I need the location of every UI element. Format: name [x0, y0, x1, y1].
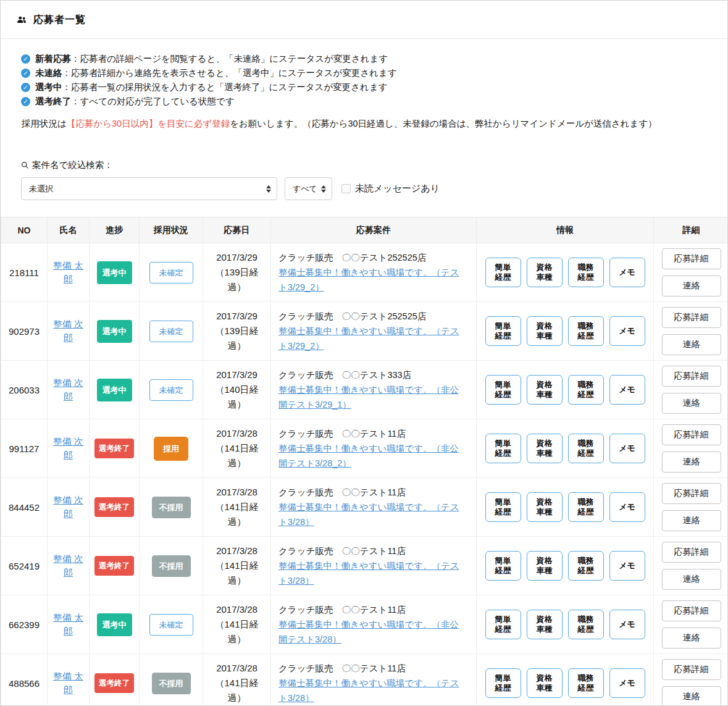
simple-resume-button[interactable]: 簡単 経歴 — [485, 492, 521, 522]
simple-resume-button[interactable]: 簡単 経歴 — [485, 610, 521, 639]
application-date: 2017/3/29（140日経過） — [203, 361, 271, 419]
simple-resume-button[interactable]: 簡単 経歴 — [485, 551, 521, 581]
progress-badge: 選考終了 — [94, 497, 134, 518]
work-history-button[interactable]: 職務 経歴 — [568, 551, 604, 581]
application-detail-button[interactable]: 応募詳細 — [662, 483, 721, 504]
project-name: クラッチ販売 〇〇テスト11店 — [278, 602, 467, 617]
job-posting-link[interactable]: 整備士募集中！働きやすい職場です。（テスト3/29_2） — [278, 326, 459, 351]
memo-button[interactable]: メモ — [609, 551, 645, 581]
project-name: クラッチ販売 〇〇テスト11店 — [278, 485, 467, 500]
application-detail-button[interactable]: 応募詳細 — [662, 659, 721, 680]
memo-button[interactable]: メモ — [609, 316, 645, 346]
progress-badge: 選考中 — [97, 261, 132, 284]
job-posting-link[interactable]: 整備士募集中！働きやすい職場です。（非公開テスト3/29_1） — [278, 385, 459, 410]
application-date: 2017/3/28（141日経過） — [203, 419, 271, 478]
contact-button[interactable]: 連絡 — [662, 628, 721, 649]
applicant-name-link[interactable]: 整備 太郎 — [53, 612, 83, 636]
col-header-project: 応募案件 — [271, 217, 477, 243]
job-posting-link[interactable]: 整備士募集中！働きやすい職場です。（テスト3/28） — [278, 502, 459, 527]
status-badge[interactable]: 採用 — [154, 437, 188, 461]
table-body: 218111 整備 太郎 選考中 未確定 2017/3/29（139日経過） ク… — [1, 243, 728, 706]
license-vehicle-button[interactable]: 資格 車種 — [527, 492, 563, 522]
legend-item: ✓ 未連絡：応募者詳細から連絡先を表示させると、「選考中」にステータスが変更され… — [21, 66, 710, 80]
contact-button[interactable]: 連絡 — [662, 569, 721, 590]
simple-resume-button[interactable]: 簡単 経歴 — [485, 434, 521, 463]
simple-resume-button[interactable]: 簡単 経歴 — [485, 375, 521, 405]
license-vehicle-button[interactable]: 資格 車種 — [527, 258, 563, 287]
work-history-button[interactable]: 職務 経歴 — [568, 492, 604, 522]
contact-button[interactable]: 連絡 — [662, 393, 721, 414]
job-posting-link[interactable]: 整備士募集中！働きやすい職場です。（テスト3/28） — [278, 561, 459, 586]
contact-button[interactable]: 連絡 — [662, 510, 721, 531]
work-history-button[interactable]: 職務 経歴 — [568, 668, 604, 698]
application-detail-button[interactable]: 応募詳細 — [662, 366, 721, 387]
progress-badge: 選考終了 — [94, 556, 134, 576]
work-history-button[interactable]: 職務 経歴 — [568, 258, 604, 287]
applicant-row: 844452 整備 次郎 選考終了 不採用 2017/3/28（141日経過） … — [1, 478, 728, 537]
status-badge[interactable]: 不採用 — [152, 673, 191, 694]
applicants-table: NO 氏名 進捗 採用状況 応募日 応募案件 情報 詳細 218111 整備 太… — [1, 217, 728, 706]
applicant-no: 652419 — [1, 537, 48, 595]
license-vehicle-button[interactable]: 資格 車種 — [527, 668, 563, 698]
simple-resume-button[interactable]: 簡単 経歴 — [485, 668, 521, 698]
work-history-button[interactable]: 職務 経歴 — [568, 375, 604, 405]
job-posting-link[interactable]: 整備士募集中！働きやすい職場です。（非公開テスト3/28） — [278, 620, 459, 644]
contact-button[interactable]: 連絡 — [662, 452, 721, 473]
application-detail-button[interactable]: 応募詳細 — [662, 542, 721, 563]
application-detail-button[interactable]: 応募詳細 — [662, 424, 721, 445]
contact-button[interactable]: 連絡 — [662, 275, 721, 296]
job-posting-link[interactable]: 整備士募集中！働きやすい職場です。（テスト3/29_2） — [278, 267, 459, 292]
memo-button[interactable]: メモ — [609, 492, 645, 522]
memo-button[interactable]: メモ — [609, 375, 645, 405]
applicant-name-link[interactable]: 整備 次郎 — [53, 553, 83, 578]
applicant-name-link[interactable]: 整備 次郎 — [53, 436, 83, 460]
work-history-button[interactable]: 職務 経歴 — [568, 434, 604, 463]
applicant-name-link[interactable]: 整備 太郎 — [53, 260, 83, 284]
memo-button[interactable]: メモ — [609, 434, 645, 463]
application-detail-button[interactable]: 応募詳細 — [662, 307, 721, 328]
progress-badge: 選考中 — [97, 613, 132, 636]
status-filter-select[interactable]: すべて — [285, 177, 332, 200]
project-name: クラッチ販売 〇〇テスト333店 — [278, 368, 467, 382]
job-posting-link[interactable]: 整備士募集中！働きやすい職場です。（非公開テスト3/28_2） — [278, 443, 459, 468]
status-badge[interactable]: 不採用 — [152, 497, 191, 518]
license-vehicle-button[interactable]: 資格 車種 — [527, 434, 563, 463]
project-filter-select[interactable]: 未選択 — [21, 177, 277, 200]
applicant-name-link[interactable]: 整備 次郎 — [53, 377, 83, 401]
license-vehicle-button[interactable]: 資格 車種 — [527, 375, 563, 405]
progress-badge: 選考中 — [97, 379, 132, 401]
license-vehicle-button[interactable]: 資格 車種 — [527, 551, 563, 581]
contact-button[interactable]: 連絡 — [662, 334, 721, 355]
application-detail-button[interactable]: 応募詳細 — [662, 248, 721, 269]
status-badge[interactable]: 不採用 — [152, 555, 191, 577]
work-history-button[interactable]: 職務 経歴 — [568, 316, 604, 346]
license-vehicle-button[interactable]: 資格 車種 — [527, 316, 563, 346]
status-badge[interactable]: 未確定 — [149, 614, 193, 636]
applicant-name-link[interactable]: 整備 次郎 — [53, 495, 83, 519]
applicant-name-link[interactable]: 整備 次郎 — [53, 319, 83, 343]
job-posting-link[interactable]: 整備士募集中！働きやすい職場です。（テスト3/28） — [278, 678, 459, 703]
memo-button[interactable]: メモ — [609, 668, 645, 698]
unread-filter[interactable]: 未読メッセージあり — [341, 183, 440, 195]
unread-checkbox-label: 未読メッセージあり — [355, 183, 440, 195]
project-name: クラッチ販売 〇〇テスト252525店 — [278, 250, 467, 265]
work-history-button[interactable]: 職務 経歴 — [568, 610, 604, 639]
simple-resume-button[interactable]: 簡単 経歴 — [485, 258, 521, 287]
legend-label: 選考中 — [35, 82, 62, 92]
applicant-no: 662399 — [1, 595, 48, 654]
applicant-row: 991127 整備 次郎 選考終了 採用 2017/3/28（141日経過） ク… — [1, 419, 728, 478]
license-vehicle-button[interactable]: 資格 車種 — [527, 610, 563, 639]
applicant-name-link[interactable]: 整備 太郎 — [53, 671, 83, 695]
status-badge[interactable]: 未確定 — [149, 262, 193, 284]
application-detail-button[interactable]: 応募詳細 — [662, 600, 721, 621]
contact-button[interactable]: 連絡 — [662, 686, 721, 706]
progress-badge: 選考終了 — [94, 673, 134, 694]
simple-resume-button[interactable]: 簡単 経歴 — [485, 316, 521, 346]
check-icon: ✓ — [21, 69, 30, 78]
memo-button[interactable]: メモ — [609, 610, 645, 639]
col-header-info: 情報 — [477, 217, 654, 243]
unread-checkbox[interactable] — [341, 184, 351, 193]
status-badge[interactable]: 未確定 — [149, 379, 193, 401]
status-badge[interactable]: 未確定 — [149, 321, 193, 342]
memo-button[interactable]: メモ — [609, 258, 645, 287]
